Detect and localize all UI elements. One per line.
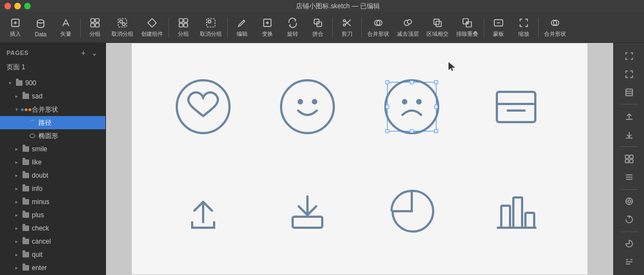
chevron-right-icon: ▸ <box>13 225 20 232</box>
add-page-button[interactable]: + <box>80 47 87 58</box>
icon-heart[interactable] <box>154 57 253 156</box>
sel-handle-bl <box>385 129 389 133</box>
svg-rect-15 <box>179 23 183 27</box>
toolbar-subtract[interactable]: 减去顶层 <box>394 15 422 40</box>
toolbar-transform[interactable]: 变换 <box>255 15 279 40</box>
main-area: PAGES + ⌄ 页面 1 ▾ 900 ▸ <box>0 43 644 275</box>
spacer <box>20 119 26 126</box>
layer-minus[interactable]: ▸ minus <box>0 195 105 208</box>
layer-like[interactable]: ▸ like <box>0 156 105 169</box>
folder-icon <box>22 198 30 206</box>
svg-rect-47 <box>497 92 535 122</box>
svg-point-41 <box>299 100 302 103</box>
layer-info[interactable]: ▸ info <box>0 182 105 195</box>
minimize-button[interactable] <box>14 3 21 9</box>
chevron-right-icon: ▸ <box>13 212 20 218</box>
icon-box[interactable] <box>467 57 565 156</box>
settings-button[interactable] <box>619 193 639 210</box>
layers-button[interactable] <box>619 84 639 101</box>
toolbar-edit[interactable]: 编辑 <box>230 15 254 40</box>
toolbar-ungroup[interactable]: 取消分组 <box>108 15 137 40</box>
list-button[interactable] <box>619 169 639 186</box>
icon-smile[interactable] <box>258 57 357 156</box>
oval-icon <box>29 132 36 140</box>
folder-icon <box>22 224 30 232</box>
icon-bar-chart[interactable] <box>467 162 565 261</box>
rp-separator2 <box>620 146 638 147</box>
toolbar-combine[interactable]: 拼合 <box>306 15 330 40</box>
toolbar-zoom[interactable]: 缩放 <box>512 15 536 40</box>
layer-quit[interactable]: ▸ quit <box>0 248 105 261</box>
sel-handle-mr <box>434 105 438 109</box>
svg-point-40 <box>281 80 334 133</box>
layer-sad[interactable]: ▸ sad <box>0 90 105 103</box>
merge-icon <box>22 106 30 113</box>
close-button[interactable] <box>4 3 11 9</box>
selection-overlay <box>387 82 436 131</box>
icon-pie-chart[interactable] <box>362 162 461 261</box>
toolbar-vector[interactable]: 矢量 <box>54 15 78 40</box>
layer-path[interactable]: ⌒ 路径 <box>0 116 105 129</box>
layer-quit-label: quit <box>32 251 42 258</box>
upload-button[interactable] <box>619 108 639 125</box>
layer-doubt[interactable]: ▸ doubt <box>0 169 105 182</box>
sel-handle-tr <box>434 80 438 84</box>
toolbar-scissors[interactable]: 剪刀 <box>335 15 359 40</box>
fit-view-button[interactable] <box>619 47 639 64</box>
layer-900[interactable]: ▾ 900 <box>0 76 105 90</box>
grid-button[interactable] <box>619 150 639 167</box>
toolbar-data[interactable]: Data <box>29 15 53 40</box>
layer-merge-label: 合并形状 <box>32 105 58 114</box>
icons-grid <box>143 46 576 272</box>
svg-rect-56 <box>525 213 534 228</box>
icon-sad[interactable] <box>362 57 461 156</box>
svg-point-42 <box>313 100 316 103</box>
toolbar-insert[interactable]: 插入 <box>3 15 27 40</box>
chevron-right-icon: ▸ <box>13 185 20 192</box>
toolbar-merge2[interactable]: 合并形状 <box>541 15 569 40</box>
toolbar-mask[interactable]: 蒙板 <box>486 15 511 40</box>
chevron-right-icon: ▸ <box>13 93 20 100</box>
layer-cancel[interactable]: ▸ cancel <box>0 235 105 248</box>
pages-menu-button[interactable]: ⌄ <box>90 47 99 58</box>
svg-rect-65 <box>630 155 633 158</box>
maximize-button[interactable] <box>24 3 31 9</box>
icon-upload[interactable] <box>154 162 253 261</box>
page-1-item[interactable]: 页面 1 <box>0 61 105 74</box>
layer-merge-shape[interactable]: ▾ 合并形状 <box>0 103 105 116</box>
toolbar-group2[interactable]: 分组 <box>171 15 195 40</box>
layer-enter-label: enter <box>32 264 47 272</box>
cursor-icon <box>448 62 456 74</box>
download-button[interactable] <box>619 126 639 143</box>
toolbar-rotate[interactable]: 旋转 <box>281 15 305 40</box>
canvas-area[interactable] <box>106 43 613 275</box>
layer-check[interactable]: ▸ check <box>0 222 105 235</box>
icon-download[interactable] <box>258 162 357 261</box>
more-button[interactable] <box>619 254 639 271</box>
toolbar-intersect[interactable]: 区域相交 <box>423 15 452 40</box>
toolbar-merge[interactable]: 合并形状 <box>364 15 393 40</box>
layer-oval[interactable]: 椭圆形 <box>0 129 105 142</box>
toolbar-group[interactable]: 分组 <box>83 15 107 40</box>
svg-rect-7 <box>91 23 94 27</box>
svg-point-39 <box>177 80 229 133</box>
layer-smile[interactable]: ▸ smile <box>0 142 105 156</box>
page-1-label: 页面 1 <box>7 63 25 72</box>
toolbar-ungroup2[interactable]: 取消分组 <box>197 15 225 40</box>
chevron-right-icon: ▸ <box>13 159 20 166</box>
zoom-to-fit-button[interactable] <box>619 65 639 82</box>
toolbar-dedup[interactable]: 排除重叠 <box>453 15 481 40</box>
svg-marker-12 <box>148 18 156 26</box>
chevron-right-icon: ▸ <box>13 238 20 245</box>
pie-chart-button[interactable] <box>619 235 639 252</box>
layer-plus[interactable]: ▸ plus <box>0 208 105 222</box>
layer-path-label: 路径 <box>38 118 52 128</box>
layer-info-label: info <box>32 185 42 193</box>
layer-doubt-label: doubt <box>32 172 48 179</box>
toolbar-component[interactable]: 创建组件 <box>138 15 166 40</box>
svg-rect-31 <box>434 19 439 24</box>
svg-rect-54 <box>501 206 510 228</box>
refresh-button[interactable] <box>619 211 639 228</box>
layer-enter[interactable]: ▸ enter <box>0 261 105 274</box>
svg-rect-16 <box>184 23 188 27</box>
